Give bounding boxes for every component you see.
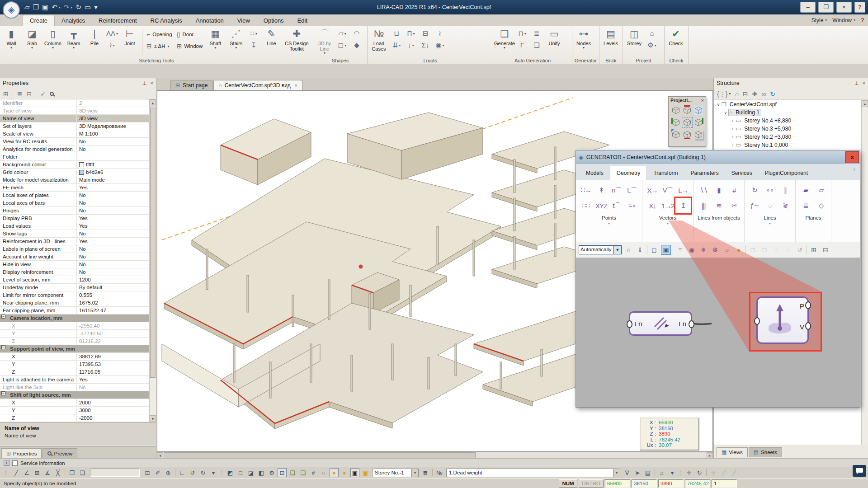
property-value[interactable]: 0.555	[77, 291, 156, 299]
pin-icon[interactable]: ⊥	[852, 167, 856, 173]
property-value[interactable]: No	[77, 230, 156, 237]
points-divide-l-icon[interactable]: L⌒	[624, 183, 640, 198]
tab-views[interactable]: ▦Views	[717, 447, 748, 457]
tree-caret-icon[interactable]: ∨	[723, 110, 728, 115]
pan-disabled-icon[interactable]: ✛	[709, 468, 718, 477]
storey-list-icon[interactable]: ≣	[421, 468, 430, 477]
lines-array-icon[interactable]: |||	[696, 198, 711, 213]
properties-scrollbar[interactable]: ▲ ▼	[149, 99, 156, 422]
lines-node[interactable]: Ln Ln	[629, 311, 692, 336]
property-value[interactable]: Yes	[77, 222, 156, 230]
property-value[interactable]: Yes	[77, 238, 156, 245]
ribbon-tab-analytics[interactable]: Analytics	[55, 15, 92, 26]
tab-preview[interactable]: Preview	[42, 448, 77, 458]
property-value[interactable]: No	[77, 245, 156, 253]
view-rotate-icon[interactable]	[670, 128, 682, 141]
property-value[interactable]: No	[77, 261, 156, 268]
ribbon-tab-annotation[interactable]: Annotation	[189, 15, 231, 26]
door-button[interactable]: ▯Door	[177, 31, 203, 38]
window-menu[interactable]: Window	[832, 17, 852, 23]
ribbon-tab-create[interactable]: Create	[23, 15, 55, 26]
chevron-down-icon[interactable]: ▾	[504, 46, 505, 50]
chevron-down-icon[interactable]: ▾	[214, 46, 216, 50]
building-icon[interactable]: ⌂	[735, 90, 738, 98]
view-right-icon[interactable]	[693, 116, 704, 128]
chevron-down-icon[interactable]: ▾	[769, 221, 771, 225]
vector-two-points-icon[interactable]: 1→2	[660, 198, 675, 213]
pan-icon[interactable]: ✛	[684, 468, 693, 477]
generator-tab-plugincomponent[interactable]: PluginComponent	[759, 166, 814, 180]
tree-caret-icon[interactable]: ∨	[716, 102, 721, 107]
grid-axes-button[interactable]: ∷▾	[250, 30, 258, 37]
import-model-icon[interactable]: ⇓	[635, 245, 645, 255]
drag-handle[interactable]: ⋮	[1, 468, 10, 477]
bulb-on-icon[interactable]: ●	[330, 468, 339, 477]
plane-vector-icon[interactable]: ▱	[813, 183, 829, 198]
search-icon[interactable]	[50, 92, 54, 96]
apply-icon[interactable]: ✓	[40, 90, 46, 98]
pile-button[interactable]: ∣Pile	[85, 27, 104, 46]
generate-button[interactable]: ❏Generate▾	[495, 27, 514, 50]
maximize-button[interactable]: ❐	[818, 2, 834, 13]
filter-expression-icon[interactable]: {⋮}	[717, 90, 727, 98]
delta-h-button[interactable]: ⊟± ΔH▾	[146, 42, 172, 50]
view-box-half-icon[interactable]: ◧	[257, 468, 266, 477]
property-value[interactable]: No	[77, 199, 156, 206]
circle-radius-icon[interactable]: ↻	[747, 183, 762, 198]
minimize-button[interactable]: –	[800, 2, 816, 13]
render-solid-icon[interactable]: ◉	[687, 245, 697, 255]
lines-curves-icon[interactable]: ≋	[711, 198, 726, 213]
shape-dome-button[interactable]: ◠	[354, 30, 359, 37]
view-isometric-icon[interactable]	[670, 104, 682, 116]
chevron-down-icon[interactable]: ▾	[235, 46, 237, 50]
property-value[interactable]: 1611522.47	[77, 307, 156, 314]
tree-caret-icon[interactable]: ›	[730, 127, 736, 131]
vector-offset-icon[interactable]: L→	[675, 183, 691, 198]
generator-close-button[interactable]: x	[845, 151, 859, 163]
property-value[interactable]: b4d2e6	[77, 169, 156, 176]
select-move-icon[interactable]: □	[748, 245, 758, 255]
box-bulb-icon[interactable]: ▣	[350, 468, 359, 477]
bulb-off-icon[interactable]: ○	[722, 245, 732, 255]
view-box-shaded-icon[interactable]: ◪	[246, 468, 255, 477]
generator-tab-parameters[interactable]: Parameters	[684, 166, 725, 180]
unify-button[interactable]: ▭Unify	[544, 27, 564, 46]
points-array-icon[interactable]: ∷→	[578, 183, 594, 198]
ribbon-tab-view[interactable]: View	[231, 15, 257, 26]
more-arrow[interactable]: ▾	[209, 468, 218, 477]
shaft-button[interactable]: ▦Shaft▾	[205, 27, 225, 50]
tree-caret-icon[interactable]: ›	[730, 143, 736, 148]
stairs-button[interactable]: ⋰Stairs▾	[226, 27, 246, 50]
property-value[interactable]: No	[77, 384, 156, 391]
cs-design-toolkit-button[interactable]: ✚CS Design Toolkit	[282, 27, 311, 52]
chevron-down-icon[interactable]: ▾	[608, 221, 610, 225]
layers-stack-icon[interactable]: ≡	[675, 245, 685, 255]
property-value[interactable]: 2000	[77, 399, 156, 406]
collapse-icon[interactable]: −	[1, 314, 5, 319]
line-from-column-icon[interactable]: ▮	[711, 183, 726, 198]
scroll-left-icon[interactable]: ◂	[157, 452, 163, 458]
loadcase-flag-icon[interactable]: №	[435, 468, 444, 477]
property-value[interactable]: 3000	[77, 407, 156, 414]
view-left-icon[interactable]	[670, 116, 682, 128]
draw-axis-icon[interactable]: ✐	[153, 468, 162, 477]
ortho-angle-icon[interactable]: ∟	[178, 468, 187, 477]
storey-book-down-icon[interactable]: ❏	[298, 468, 307, 477]
tree-caret-icon[interactable]: ›	[730, 118, 736, 123]
view-top-icon[interactable]	[682, 104, 693, 116]
view-restore-icon[interactable]	[682, 116, 693, 128]
bulb-off-icon[interactable]: ○	[319, 468, 328, 477]
rotate-x-icon[interactable]: ↺	[188, 468, 197, 477]
close-icon[interactable]: ×	[295, 83, 297, 88]
property-value[interactable]: 17395.53	[77, 361, 156, 368]
style-menu[interactable]: Style	[811, 17, 824, 23]
function-curve-icon[interactable]: ƒ∼	[747, 198, 762, 213]
chevron-down-icon[interactable]: ▾	[412, 43, 414, 47]
collapse-icon[interactable]: −	[1, 345, 5, 349]
layout-tiles-icon[interactable]: ⊟	[821, 245, 830, 255]
property-value[interactable]: M 1:100	[77, 130, 156, 137]
tree-item[interactable]: ›▭Storey No.4 +8,880	[714, 117, 868, 125]
table-filter-icon[interactable]: ▤	[643, 468, 652, 477]
generator-tab-geometry[interactable]: Geometry	[610, 166, 647, 180]
vector-decompose-icon[interactable]: X↓	[645, 198, 660, 213]
